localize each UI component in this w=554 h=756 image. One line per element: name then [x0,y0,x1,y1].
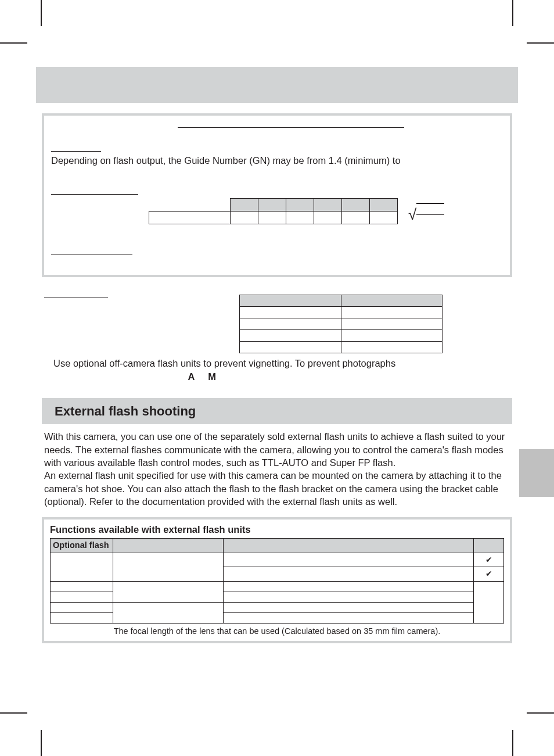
underline [178,127,404,128]
table-cell [474,582,504,624]
spacer [42,295,233,353]
sqrt-formula: √ [408,203,444,226]
table-header-cell [240,295,341,307]
table-cell [51,613,113,624]
table-cell [224,603,474,613]
crop-mark [41,730,42,756]
table-header-cell [314,199,342,212]
table-cell [113,582,224,603]
table-header-cell [231,199,258,212]
table-header-cell [342,199,370,212]
table-cell [224,592,474,603]
functions-callout: Functions available with external flash … [42,517,512,643]
table-cell [341,330,443,342]
fraction [416,203,444,226]
table-header-cell [370,199,398,212]
crop-mark [527,712,554,714]
crop-mark [512,730,513,756]
page-content: Depending on flash output, the Guide Num… [42,42,512,714]
table-cell [51,553,113,581]
table-cell [314,212,342,224]
section-heading: External flash shooting [42,398,512,425]
table-header-cell [258,199,286,212]
note-text: Use optional off-camera flash units to p… [53,358,395,368]
underline [51,239,132,255]
table-cell [113,553,224,581]
table-cell [224,613,474,624]
shooting-distance-row: √ [51,198,503,226]
caution-note: Use optional off-camera flash units to p… [42,357,512,383]
table-cell [224,567,474,582]
table-cell [231,212,258,224]
crop-mark [527,42,554,44]
crop-mark [41,0,42,26]
table-header-cell [341,295,443,307]
functions-title: Functions available with external flash … [50,523,504,536]
caution-row [42,295,512,353]
table-cell [51,603,113,613]
table-cell [113,603,224,624]
tips-body-text: Depending on flash output, the Guide Num… [51,154,503,167]
table-cell: ✔ [474,553,504,567]
table-cell [341,318,443,330]
underline [51,123,101,152]
table-cell [258,212,286,224]
table-cell [51,582,113,592]
table-header-cell [474,539,504,553]
table-cell [240,307,341,318]
table-header-cell: Optional flash [51,539,113,553]
table-cell [224,582,474,592]
underline [51,173,138,195]
check-icon: ✔ [485,555,492,564]
table-header-cell [113,539,224,553]
blank-cell [149,199,231,212]
crop-mark [0,712,27,714]
sqrt-icon: √ [408,205,416,225]
table-cell [240,330,341,342]
chapter-tab [519,449,554,497]
table-cell [341,307,443,318]
body-paragraph: An external flash unit specified for use… [42,469,512,508]
crop-mark [512,0,513,26]
page-header-bar [36,67,518,103]
table-cell [341,342,443,353]
table-footnote: The focal length of the lens that can be… [50,626,504,637]
table-header-cell [224,539,474,553]
mode-a-label: A [188,371,195,382]
spacer [51,255,503,267]
fraction-line [416,214,444,215]
table-cell: ✔ [474,567,504,582]
iso-table [149,198,398,224]
tips-callout: Depending on flash output, the Guide Num… [42,113,512,277]
table-row-label [149,212,231,224]
table-header-cell [286,199,314,212]
table-cell [342,212,370,224]
table-cell [240,342,341,353]
crop-mark [0,42,27,44]
table-cell [51,592,113,603]
table-cell [224,553,474,567]
table-cell [240,318,341,330]
mode-m-label: M [208,371,216,382]
gn-table [239,295,443,353]
check-icon: ✔ [485,569,492,578]
body-paragraph: With this camera, you can use one of the… [42,430,512,469]
table-cell [370,212,398,224]
table-cell [286,212,314,224]
functions-table: Optional flash ✔ ✔ [50,538,504,624]
